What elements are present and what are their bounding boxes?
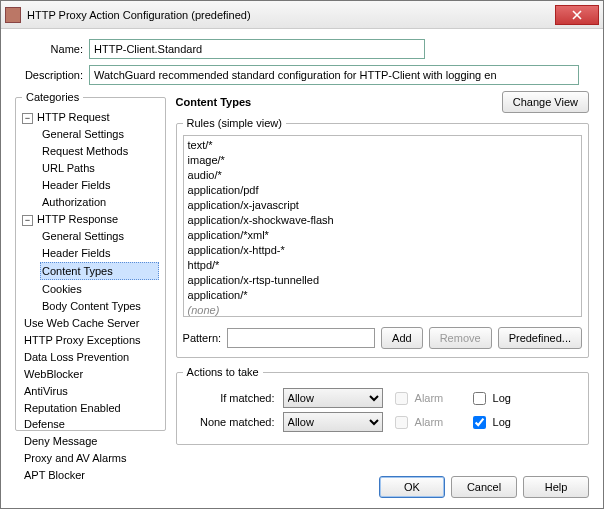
tree-leaf[interactable]: Reputation Enabled Defense <box>22 400 159 432</box>
if-matched-select[interactable]: Allow <box>283 388 383 408</box>
right-pane-header: Content Types Change View <box>176 91 589 113</box>
tree-node-http-response[interactable]: −HTTP Response <box>22 211 159 227</box>
dialog-footer: OK Cancel Help <box>379 476 589 498</box>
window-title: HTTP Proxy Action Configuration (predefi… <box>27 9 553 21</box>
ok-button[interactable]: OK <box>379 476 445 498</box>
rules-group: Rules (simple view) text/* image/* audio… <box>176 117 589 358</box>
dialog-content: Name: Description: Categories −HTTP Requ… <box>1 29 603 493</box>
categories-legend: Categories <box>22 91 83 103</box>
pattern-label: Pattern: <box>183 332 222 344</box>
name-row: Name: <box>15 39 589 59</box>
body: Categories −HTTP Request General Setting… <box>15 91 589 445</box>
name-field[interactable] <box>89 39 425 59</box>
description-field[interactable] <box>89 65 579 85</box>
tree-leaf[interactable]: Proxy and AV Alarms <box>22 450 159 466</box>
collapse-icon[interactable]: − <box>22 215 33 226</box>
close-button[interactable] <box>555 5 599 25</box>
none-matched-row: None matched: Allow Alarm Log <box>183 412 582 432</box>
tree-leaf[interactable]: APT Blocker <box>22 467 159 483</box>
alarm-label: Alarm <box>415 416 444 428</box>
collapse-icon[interactable]: − <box>22 113 33 124</box>
tree-leaf[interactable]: AntiVirus <box>22 383 159 399</box>
tree-leaf[interactable]: WebBlocker <box>22 366 159 382</box>
list-item[interactable]: application/*xml* <box>188 228 577 243</box>
right-pane: Content Types Change View Rules (simple … <box>176 91 589 445</box>
list-item[interactable]: application/pdf <box>188 183 577 198</box>
tree-leaf[interactable]: Body Content Types <box>40 298 159 314</box>
none-matched-alarm[interactable]: Alarm <box>391 413 461 432</box>
list-item-none[interactable]: (none) <box>188 303 577 317</box>
actions-group: Actions to take If matched: Allow Alarm <box>176 366 589 445</box>
if-matched-log-checkbox[interactable] <box>473 392 486 405</box>
app-icon <box>5 7 21 23</box>
tree-leaf[interactable]: Header Fields <box>40 245 159 261</box>
if-matched-log[interactable]: Log <box>469 389 539 408</box>
cancel-button[interactable]: Cancel <box>451 476 517 498</box>
none-matched-log-checkbox[interactable] <box>473 416 486 429</box>
rules-legend: Rules (simple view) <box>183 117 286 129</box>
rules-list[interactable]: text/* image/* audio/* application/pdf a… <box>183 135 582 317</box>
remove-button[interactable]: Remove <box>429 327 492 349</box>
help-button[interactable]: Help <box>523 476 589 498</box>
none-matched-alarm-checkbox[interactable] <box>395 416 408 429</box>
alarm-label: Alarm <box>415 392 444 404</box>
content-types-heading: Content Types <box>176 96 252 108</box>
if-matched-alarm[interactable]: Alarm <box>391 389 461 408</box>
list-item[interactable]: httpd/* <box>188 258 577 273</box>
tree-label: HTTP Response <box>37 213 118 225</box>
if-matched-row: If matched: Allow Alarm Log <box>183 388 582 408</box>
change-view-button[interactable]: Change View <box>502 91 589 113</box>
list-item[interactable]: application/* <box>188 288 577 303</box>
tree-leaf[interactable]: Deny Message <box>22 433 159 449</box>
tree-leaf[interactable]: Cookies <box>40 281 159 297</box>
http-response-children: General Settings Header Fields Content T… <box>40 228 159 314</box>
actions-legend: Actions to take <box>183 366 263 378</box>
tree-leaf[interactable]: General Settings <box>40 228 159 244</box>
tree-leaf[interactable]: Request Methods <box>40 143 159 159</box>
list-item[interactable]: application/x-shockwave-flash <box>188 213 577 228</box>
tree-leaf-content-types[interactable]: Content Types <box>40 262 159 280</box>
none-matched-label: None matched: <box>183 416 275 428</box>
if-matched-label: If matched: <box>183 392 275 404</box>
title-bar: HTTP Proxy Action Configuration (predefi… <box>1 1 603 29</box>
tree-leaf[interactable]: Data Loss Prevention <box>22 349 159 365</box>
tree-node-http-request[interactable]: −HTTP Request <box>22 109 159 125</box>
list-item[interactable]: audio/* <box>188 168 577 183</box>
description-row: Description: <box>15 65 589 85</box>
actions-area: Actions to take If matched: Allow Alarm <box>176 366 589 445</box>
tree-leaf[interactable]: URL Paths <box>40 160 159 176</box>
list-item[interactable]: text/* <box>188 138 577 153</box>
if-matched-alarm-checkbox[interactable] <box>395 392 408 405</box>
description-label: Description: <box>15 69 83 81</box>
log-label: Log <box>493 416 511 428</box>
categories-group: Categories −HTTP Request General Setting… <box>15 91 166 431</box>
none-matched-select[interactable]: Allow <box>283 412 383 432</box>
log-label: Log <box>493 392 511 404</box>
add-button[interactable]: Add <box>381 327 423 349</box>
pattern-input[interactable] <box>227 328 375 348</box>
close-icon <box>572 10 582 20</box>
name-label: Name: <box>15 43 83 55</box>
tree-leaf[interactable]: General Settings <box>40 126 159 142</box>
categories-tree[interactable]: −HTTP Request General Settings Request M… <box>22 109 159 483</box>
tree-leaf[interactable]: Use Web Cache Server <box>22 315 159 331</box>
list-item[interactable]: application/x-httpd-* <box>188 243 577 258</box>
tree-label: HTTP Request <box>37 111 110 123</box>
http-request-children: General Settings Request Methods URL Pat… <box>40 126 159 210</box>
list-item[interactable]: application/x-javascript <box>188 198 577 213</box>
tree-leaf[interactable]: Authorization <box>40 194 159 210</box>
none-matched-log[interactable]: Log <box>469 413 539 432</box>
pattern-row: Pattern: Add Remove Predefined... <box>183 327 582 349</box>
predefined-button[interactable]: Predefined... <box>498 327 582 349</box>
dialog-window: { "window": { "title": "HTTP Proxy Actio… <box>0 0 604 509</box>
tree-leaf[interactable]: Header Fields <box>40 177 159 193</box>
list-item[interactable]: application/x-rtsp-tunnelled <box>188 273 577 288</box>
list-item[interactable]: image/* <box>188 153 577 168</box>
tree-leaf[interactable]: HTTP Proxy Exceptions <box>22 332 159 348</box>
